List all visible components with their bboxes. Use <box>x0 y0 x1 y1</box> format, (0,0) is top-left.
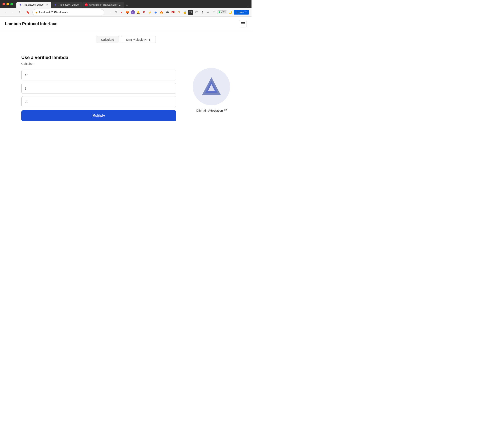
browser-tab-2[interactable]: ▼ Transaction Builder <box>51 2 82 8</box>
share-icon[interactable]: ↑ <box>108 10 112 15</box>
address-bar[interactable]: 🔒 localhost:5173/calculate <box>32 9 104 15</box>
browser-chrome: ▼ Transaction Builder ✕ ▼ Transaction Bu… <box>0 0 252 8</box>
update-label: Update <box>236 11 244 14</box>
ext1-icon[interactable]: ● <box>131 10 135 14</box>
attestation-section: Offchain Attestation <box>193 55 230 121</box>
ext6-icon[interactable]: 🏔 <box>165 10 170 15</box>
tab-navigation: Calculate Mint Multiple NFT <box>0 31 252 47</box>
lock-icon: 🔒 <box>35 11 38 14</box>
refresh-button[interactable]: ↻ <box>17 9 23 15</box>
ext3-icon[interactable]: ⚡ <box>147 10 152 15</box>
new-tab-button[interactable]: + <box>125 3 129 8</box>
vpn-label: VPN <box>221 11 226 14</box>
multiply-button[interactable]: Multiply <box>21 110 176 121</box>
ext9-icon[interactable]: 🔒 <box>182 10 187 15</box>
browser-tab-1[interactable]: ▼ Transaction Builder ✕ <box>16 2 51 8</box>
form-section: Use a verified lambda Calculate Multiply <box>21 55 176 121</box>
tab-1-favicon: ▼ <box>19 3 22 6</box>
ext11-icon[interactable]: 🛡 <box>194 10 199 15</box>
input-field-1[interactable] <box>21 70 176 80</box>
update-menu-icon: ☰ <box>245 11 247 14</box>
tab-3-title: OP Mainnet Transaction Hash (Txha... <box>89 3 122 6</box>
attestation-logo-svg <box>201 76 222 97</box>
address-bar-row: ‹ › ↻ 🔖 🔒 localhost:5173/calculate ↑ 🛡 ▲… <box>0 8 252 17</box>
address-port: 5173 <box>51 11 57 14</box>
back-button[interactable]: ‹ <box>2 9 8 15</box>
minimize-button[interactable] <box>6 3 9 5</box>
hamburger-menu-button[interactable] <box>239 20 247 27</box>
app-title: Lambda Protocol Interface <box>5 21 57 26</box>
vpn-badge: VPN <box>217 10 227 14</box>
vpn-circle-icon <box>219 11 220 13</box>
attestation-label: Offchain Attestation <box>196 109 223 112</box>
maximize-button[interactable] <box>10 3 13 5</box>
close-button[interactable] <box>2 3 5 5</box>
ext5-icon[interactable]: 🔥 <box>159 10 164 15</box>
hamburger-icon <box>241 22 245 25</box>
address-host: localhost: <box>39 11 51 14</box>
bell-icon[interactable]: 🔔 <box>136 10 141 15</box>
alert-icon[interactable]: ▲ <box>119 10 124 15</box>
forward-button[interactable]: › <box>10 9 16 15</box>
ext13-icon[interactable]: ✡ <box>205 10 211 15</box>
attestation-logo-wrapper <box>193 68 230 105</box>
external-link-icon <box>224 109 227 112</box>
app-content: Lambda Protocol Interface Calculate Mint… <box>0 17 252 129</box>
ext7-icon[interactable]: BR <box>171 10 176 15</box>
main-content: Use a verified lambda Calculate Multiply <box>0 47 252 129</box>
browser-tab-3[interactable]: OP OP Mainnet Transaction Hash (Txha... <box>82 2 124 8</box>
tab-2-title: Transaction Builder <box>58 3 79 6</box>
tab-3-favicon: OP <box>85 3 88 6</box>
attestation-link[interactable]: Offchain Attestation <box>196 109 227 112</box>
app-header: Lambda Protocol Interface <box>0 17 252 31</box>
tab-1-close[interactable]: ✕ <box>46 3 48 6</box>
form-heading: Use a verified lambda <box>21 55 176 60</box>
tab-bar: ▼ Transaction Builder ✕ ▼ Transaction Bu… <box>16 0 249 8</box>
toolbar-icons: ↑ 🛡 ▲ 🦊 ● 🔔 P ⚡ ◆ 🔥 🏔 BR S 🔒 20 🛡 🗡 ✡ ☰ … <box>108 10 249 15</box>
moon-icon[interactable]: 🌙 <box>228 10 233 15</box>
tab-2-favicon: ▼ <box>54 3 57 6</box>
ext2-icon[interactable]: P <box>142 10 147 15</box>
update-button[interactable]: Update ☰ <box>234 10 249 15</box>
ext12-icon[interactable]: 🗡 <box>200 10 205 15</box>
ext4-icon[interactable]: ◆ <box>153 10 158 15</box>
calculate-tab[interactable]: Calculate <box>96 36 119 43</box>
ext10-icon[interactable]: 20 <box>188 10 193 15</box>
address-text: localhost:5173/calculate <box>39 11 68 14</box>
tab-expand-button[interactable]: ⌄ <box>247 5 249 8</box>
traffic-lights <box>2 3 13 5</box>
form-subheading: Calculate <box>21 62 176 65</box>
input-field-3[interactable] <box>21 96 176 107</box>
profiles-icon[interactable]: ☰ <box>211 10 216 15</box>
ext8-icon[interactable]: S <box>176 10 182 15</box>
shield-icon[interactable]: 🛡 <box>113 10 118 15</box>
input-field-2[interactable] <box>21 83 176 94</box>
address-path: /calculate <box>57 11 68 14</box>
bookmark-button[interactable]: 🔖 <box>25 9 31 15</box>
tab-1-title: Transaction Builder <box>23 3 45 6</box>
fox-icon[interactable]: 🦊 <box>125 10 130 15</box>
mint-nft-tab[interactable]: Mint Multiple NFT <box>121 36 156 43</box>
